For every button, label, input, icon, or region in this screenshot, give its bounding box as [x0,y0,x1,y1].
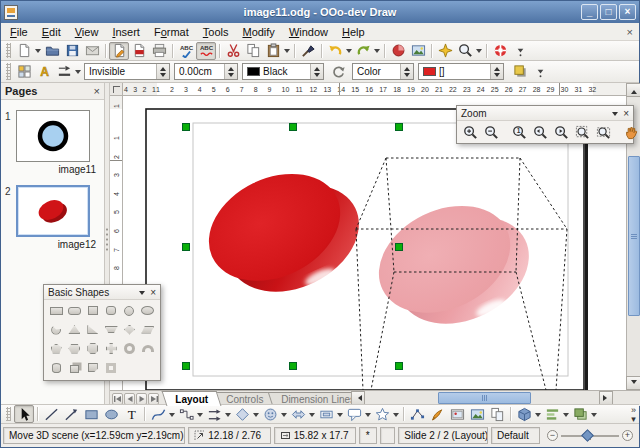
connector-button[interactable] [176,405,196,423]
page-thumbnail-image11[interactable] [16,110,90,162]
copy-button[interactable] [243,42,263,60]
clone-formatting-button[interactable] [298,42,318,60]
insert-picture-button[interactable] [447,405,467,423]
zoom-slider-knob[interactable] [581,429,594,442]
menu-format[interactable]: Format [147,25,196,40]
shadow-button[interactable] [510,63,530,81]
shape-square-button[interactable] [84,302,102,319]
dropdown-caret[interactable] [74,63,82,81]
menu-view[interactable]: View [68,25,106,40]
zoom-in-button[interactable] [460,123,480,141]
edit-points-button[interactable] [407,405,427,423]
flowchart-button[interactable] [316,405,336,423]
zoom-in-slider-button[interactable]: + [622,430,633,441]
lines-arrows-button[interactable] [204,405,224,423]
line-arrow-end-button[interactable] [61,405,81,423]
toolbar-grip[interactable] [6,63,11,80]
shape-rectangle-button[interactable] [47,302,65,319]
spinner[interactable] [400,64,413,79]
line-width-spinbox[interactable]: 0.00cm [174,63,238,80]
shape-cylinder-button[interactable] [47,359,65,376]
shape-diamond-button[interactable] [120,321,138,338]
page-thumbnail-image12[interactable] [16,185,90,237]
dropdown-caret[interactable] [336,405,344,423]
dropdown-caret[interactable] [534,405,542,423]
stars-button[interactable] [372,405,392,423]
shape-circle-pie-button[interactable] [47,321,65,338]
gallery-button[interactable] [408,42,428,60]
text-button[interactable]: T [121,405,141,423]
dropdown-caret[interactable] [252,405,260,423]
scroll-down-arrow[interactable] [626,376,640,390]
menu-edit[interactable]: Edit [35,25,68,40]
close-button[interactable]: × [619,4,636,20]
zoom-next-button[interactable] [551,123,571,141]
zoom-page-width-button[interactable] [593,123,613,141]
new-document-button[interactable] [14,42,34,60]
shape-rectangle-rounded-button[interactable] [65,302,83,319]
menu-window[interactable]: Window [282,25,335,40]
dropdown-caret[interactable] [168,405,176,423]
vertical-scroll-thumb[interactable] [628,156,640,316]
select-arrow-button[interactable] [14,405,34,423]
dropdown-caret[interactable] [590,405,598,423]
maximize-button[interactable]: □ [600,4,617,20]
shape-cross-button[interactable] [102,340,120,357]
menu-tools[interactable]: Tools [196,25,236,40]
shape-folded-corner-button[interactable] [84,359,102,376]
zoom-previous-button[interactable] [530,123,550,141]
dropdown-caret[interactable] [392,405,400,423]
scroll-left-arrow[interactable] [351,391,365,405]
toolbar-overflow-button[interactable]: »▾ [631,406,636,424]
status-slide[interactable]: Slide 2 / 2 (Layout) [398,427,488,444]
clone-button[interactable] [487,405,507,423]
auto-spellcheck-button[interactable]: ABC [196,42,216,60]
shape-circle-button[interactable] [120,302,138,319]
zoom-entire-page-button[interactable] [572,123,592,141]
fontwork-button[interactable] [427,405,447,423]
rotate-button[interactable] [328,63,348,81]
dropdown-caret[interactable] [364,405,372,423]
ruler-origin-corner[interactable] [110,83,123,96]
zoom-palette-titlebar[interactable]: Zoom × [457,106,633,121]
toolbar-grip[interactable] [6,407,11,421]
horizontal-ruler[interactable]: 4321123456789101112131415161718192021222… [123,83,626,96]
shape-parallelogram-button[interactable] [139,321,157,338]
chart-button[interactable] [388,42,408,60]
shape-cube-button[interactable] [65,359,83,376]
alignment-button[interactable] [542,405,562,423]
toolbar-grip[interactable] [6,43,11,58]
arrange-button[interactable] [570,405,590,423]
basic-shapes-close-icon[interactable]: × [150,287,156,298]
basic-shapes-titlebar[interactable]: Basic Shapes × [44,285,160,300]
print-button[interactable] [149,42,169,60]
zoom-out-button[interactable] [481,123,501,141]
minimize-button[interactable]: _ [581,4,598,20]
menu-help[interactable]: Help [335,25,372,40]
dropdown-caret[interactable] [562,405,570,423]
callouts-button[interactable] [344,405,364,423]
object-zoom-button[interactable] [621,123,640,141]
line-color-combo[interactable]: Black [242,63,324,80]
fill-color-combo[interactable]: [] [418,63,504,80]
spellcheck-button[interactable]: ABC [176,42,196,60]
undo-button[interactable] [325,42,345,60]
character-a-button[interactable]: A [34,63,54,81]
fill-type-combo[interactable]: Color [352,63,414,80]
symbol-shapes-button[interactable] [260,405,280,423]
dropdown-caret[interactable] [224,405,232,423]
toolbar-overflow-button[interactable] [510,42,530,60]
navigator-button[interactable] [435,42,455,60]
shape-octagon-button[interactable] [84,340,102,357]
curve-button[interactable] [148,405,168,423]
paste-button[interactable] [263,42,283,60]
rectangle-button[interactable] [81,405,101,423]
shape-right-triangle-button[interactable] [84,321,102,338]
shape-frame-button[interactable] [102,359,120,376]
cut-button[interactable] [223,42,243,60]
palette-menu-icon[interactable] [612,112,618,119]
dropdown-caret[interactable] [373,42,381,60]
menu-insert[interactable]: Insert [105,25,147,40]
horizontal-scrollbar[interactable] [351,390,613,405]
spinner[interactable] [310,64,323,79]
